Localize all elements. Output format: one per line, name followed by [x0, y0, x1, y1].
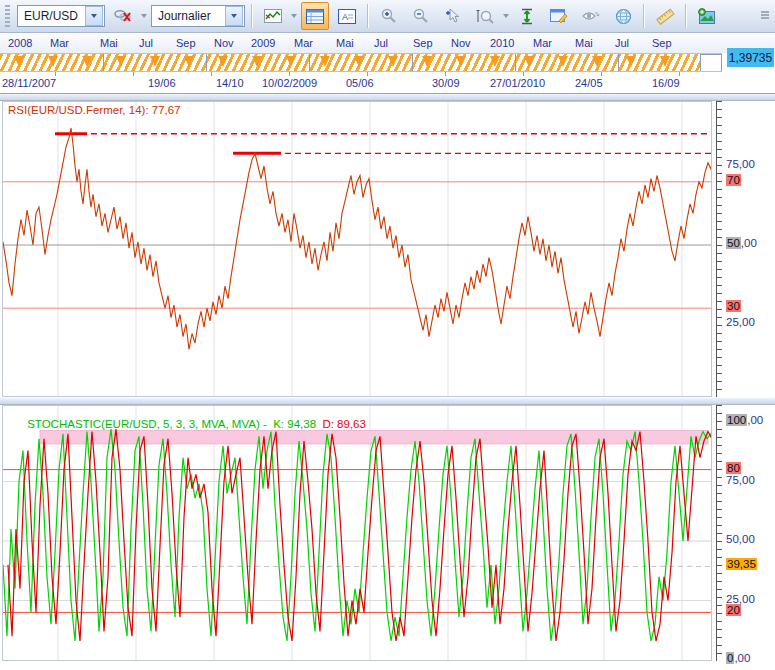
image-add-icon [697, 8, 717, 25]
stoch-k-value: K: 94,38 [273, 418, 316, 430]
scrollbar-separator [412, 54, 413, 72]
date-label: 28/11/2007 [2, 77, 56, 89]
axis-label-75: 75,00 [726, 158, 755, 170]
month-label: 2010 [490, 37, 514, 49]
scrollbar-marker [592, 56, 602, 67]
month-label: Jul [615, 37, 629, 49]
axis-label-100: 100,00 [726, 414, 763, 426]
main-toolbar: EUR/USD Journalier [0, 0, 775, 33]
scrollbar-marker [286, 56, 296, 67]
date-label: 27/01/2010 [490, 77, 545, 89]
scrollbar-separator [515, 54, 516, 72]
symbol-value: EUR/USD [18, 9, 84, 23]
month-label: Mar [533, 37, 552, 49]
svg-text:A: A [342, 12, 348, 22]
fit-vertical-button[interactable] [513, 2, 541, 30]
stoch-d-value-text: D: 89,63 [322, 418, 365, 430]
scrollbar-end-handle[interactable] [700, 54, 722, 72]
toolbar-drag-handle[interactable] [5, 5, 10, 27]
toolbar-separator [643, 4, 645, 28]
visibility-button[interactable] [577, 2, 605, 30]
save-image-button[interactable] [693, 2, 721, 30]
chart-style-button[interactable] [259, 2, 287, 30]
scrollbar-marker [422, 56, 432, 67]
unlink-dropdown-arrow[interactable] [141, 14, 147, 18]
date-label: 30/09 [432, 77, 460, 89]
stoch-axis: 100,008075,0050,0039,3525,00200,00 [712, 405, 775, 661]
measure-button[interactable] [651, 2, 679, 30]
chevron-down-icon [231, 14, 237, 18]
month-label: Sep [652, 37, 672, 49]
web-button[interactable] [609, 2, 637, 30]
stoch-title-main: STOCHASTIC(EUR/USD, 5, 3, 3, MVA, MVA) - [27, 418, 273, 430]
scrollbar-separator [103, 54, 104, 72]
rsi-plot [3, 102, 711, 396]
stoch-axis-scale[interactable] [716, 405, 725, 661]
rsi-chart-area[interactable]: RSI(EUR/USD.Fermer, 14): 77,67 [2, 101, 712, 397]
last-price-badge: 1,39735 [727, 48, 774, 67]
axis-label-39.35: 39,35 [726, 558, 757, 570]
date-tick [55, 72, 56, 76]
window-edit-icon [550, 8, 568, 24]
zoom-in-button[interactable] [375, 2, 403, 30]
show-labels-panel-button[interactable]: A [333, 2, 361, 30]
timeline-scrollbar[interactable] [0, 53, 722, 72]
rsi-series-RSI [3, 128, 711, 349]
month-label: Mai [100, 37, 118, 49]
toolbar-separator [367, 4, 369, 28]
stoch-chart-area[interactable]: STOCHASTIC(EUR/USD, 5, 3, 3, MVA, MVA) -… [2, 405, 712, 661]
zoom-selection-dropdown-arrow[interactable] [503, 14, 509, 18]
symbol-combo[interactable]: EUR/USD [17, 5, 105, 27]
timeline-date-labels: 28/11/200719/0614/1010/02/200905/0630/09… [0, 72, 775, 94]
date-tick [445, 72, 446, 76]
rsi-panel-header-strip[interactable] [0, 94, 775, 101]
axis-label-0: 0,00 [726, 652, 750, 664]
timeframe-dropdown-button[interactable] [225, 6, 243, 26]
scrollbar-separator [309, 54, 310, 72]
date-label: 16/09 [652, 77, 680, 89]
toolbar-overflow-button[interactable] [757, 2, 773, 30]
scrollbar-separator [206, 54, 207, 72]
date-label: 19/06 [148, 77, 176, 89]
date-tick [367, 72, 368, 76]
date-tick [601, 72, 602, 76]
show-quotes-panel-button[interactable] [301, 2, 329, 30]
globe-icon [615, 8, 632, 25]
pointer-zoom-button[interactable] [439, 2, 467, 30]
unlink-button[interactable] [109, 2, 137, 30]
month-label: Nov [451, 37, 471, 49]
date-tick [679, 72, 680, 76]
chart-style-dropdown-arrow[interactable] [291, 14, 297, 18]
edit-properties-button[interactable] [545, 2, 573, 30]
link-broken-icon [113, 8, 133, 24]
timeframe-combo[interactable]: Journalier [151, 5, 245, 27]
axis-label-25: 25,00 [726, 316, 755, 328]
symbol-dropdown-button[interactable] [85, 6, 103, 26]
eye-arrow-icon [581, 9, 601, 23]
date-label: 14/10 [216, 77, 244, 89]
scrollbar-marker [184, 56, 194, 67]
timeframe-value: Journalier [152, 9, 217, 23]
magnifier-plus-icon [380, 8, 398, 24]
scrollbar-marker [388, 56, 398, 67]
scrollbar-separator [618, 54, 619, 72]
rsi-axis: 75,007050,003025,00 [712, 101, 775, 397]
rsi-axis-scale[interactable] [716, 101, 725, 397]
cursor-plus-icon [445, 8, 461, 24]
axis-label-70: 70 [726, 174, 741, 186]
scrollbar-marker [626, 56, 636, 67]
month-label: 2008 [8, 37, 32, 49]
stoch-panel-header-strip[interactable] [0, 398, 775, 405]
axis-label-20: 20 [726, 604, 741, 616]
month-label: 2009 [251, 37, 275, 49]
month-label: Nov [214, 37, 234, 49]
month-label: Sep [176, 37, 196, 49]
zoom-selection-button[interactable] [471, 2, 499, 30]
date-tick [211, 72, 212, 76]
trading-chart-window: EUR/USD Journalier [0, 0, 775, 670]
zoom-out-button[interactable] [407, 2, 435, 30]
axis-label-75: 75,00 [726, 474, 755, 486]
scrollbar-marker [82, 56, 92, 67]
month-label: Mar [294, 37, 313, 49]
stoch-title: STOCHASTIC(EUR/USD, 5, 3, 3, MVA, MVA) -… [8, 406, 366, 442]
